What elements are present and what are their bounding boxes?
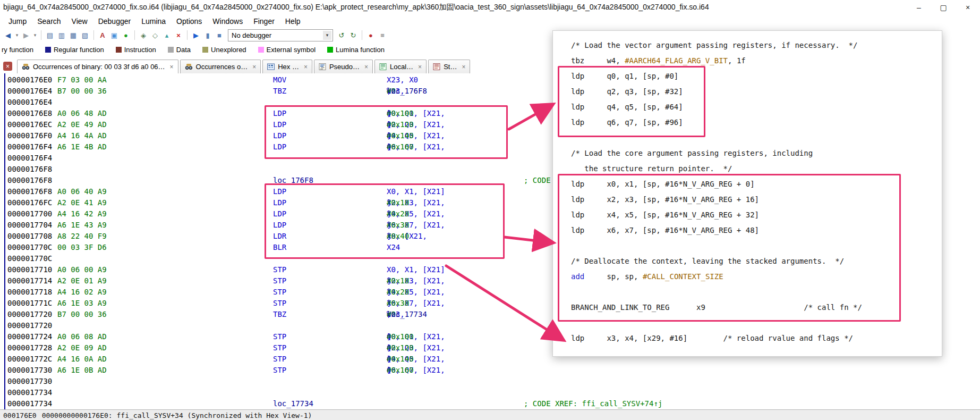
legend-label: Unexplored — [211, 46, 246, 54]
overlay-text: sp, sp, — [584, 272, 643, 281]
overlay-code-line: ldp q4, q5, [sp, #64] — [571, 99, 683, 115]
disasm-mnemonic: LDP — [273, 220, 286, 231]
nav-back-dropdown-icon[interactable]: ▾ — [14, 30, 20, 40]
debugger-select-value: No debugger — [232, 31, 271, 39]
tab-hex[interactable]: Hex …× — [262, 60, 312, 73]
chart-icon[interactable]: ▴ — [161, 30, 172, 40]
legend-color-square — [45, 47, 51, 53]
tab-close-icon[interactable]: × — [418, 63, 422, 71]
trace-window-icon[interactable]: ≡ — [377, 30, 388, 40]
disasm-row[interactable]: 0000017734loc_17734; CODE XREF: ffi_call… — [0, 398, 980, 409]
disasm-address: 00000176F8 — [7, 164, 52, 175]
source-overlay-panel: /* Load the vector argument passing regi… — [552, 30, 942, 357]
nav-forward-dropdown-icon[interactable]: ▾ — [32, 30, 38, 40]
disasm-row[interactable]: 0000017730A6 1E 0B ADSTPQ6, Q7, [X21,#0x… — [0, 365, 980, 376]
legend-lumina-function: Lumina function — [327, 46, 385, 54]
step-into-icon[interactable]: ↺ — [336, 30, 347, 40]
nav-forward-button[interactable]: ▶ — [21, 30, 31, 40]
disasm-address: 00000176F4 — [7, 141, 52, 153]
overlay-text: ldp q4, q5, [sp, #64] — [571, 103, 683, 111]
jump-name-icon[interactable]: ▥ — [56, 30, 67, 40]
disasm-mnemonic: LDP — [273, 108, 286, 119]
start-debugger-button[interactable]: ▶ — [191, 30, 201, 40]
jump-function-icon[interactable]: ▦ — [68, 30, 79, 40]
close-button[interactable]: × — [956, 0, 980, 15]
disasm-address: 000001771C — [7, 298, 52, 309]
flowchart-icon[interactable]: ◈ — [138, 30, 149, 40]
call-graph-icon[interactable]: ◇ — [150, 30, 160, 40]
binoculars-icon — [22, 63, 30, 70]
menu-finger[interactable]: Finger — [248, 17, 280, 26]
overlay-text: ldp x0, x1, [sp, #16*N_V_ARG_REG + 0] — [571, 180, 755, 188]
legend-label: ry function — [2, 46, 33, 54]
jump-address-icon[interactable]: ▤ — [45, 30, 55, 40]
menu-debugger[interactable]: Debugger — [93, 17, 137, 26]
disasm-address: 0000017734 — [7, 398, 52, 409]
tab-st[interactable]: St…× — [428, 60, 470, 73]
close-window-icon[interactable]: × — [173, 30, 184, 40]
menu-help[interactable]: Help — [280, 17, 306, 26]
tab-label: St… — [444, 63, 457, 71]
tab-close-icon[interactable]: × — [252, 63, 256, 71]
overlay-text: tbz w4, — [571, 56, 625, 65]
status-bar: 000176E0 00000000000176E0: ffi_call_SYSV… — [0, 409, 980, 420]
overlay-text: the structure return pointer. */ — [571, 164, 732, 173]
lumina-icon[interactable]: ● — [121, 30, 131, 40]
window-title: bjiagu_64_0x74a2845000_0x274000_fix.so.i… — [0, 3, 907, 12]
legend-regular-function: Regular function — [45, 46, 104, 54]
jump-xref-icon[interactable]: ▧ — [80, 30, 90, 40]
disasm-address: 00000176F0 — [7, 130, 52, 141]
minimize-button[interactable]: – — [907, 0, 931, 15]
tab-occurrences-o[interactable]: Occurrences o…× — [180, 60, 261, 73]
debugger-select[interactable]: No debugger ▾ — [228, 29, 333, 41]
tab-close-icon[interactable]: × — [304, 63, 308, 71]
menu-search[interactable]: Search — [32, 17, 66, 26]
disasm-mnemonic: LDR — [273, 231, 286, 242]
tab-close-icon[interactable]: × — [462, 63, 465, 71]
maximize-button[interactable]: ▢ — [931, 0, 956, 15]
disasm-bytes: A2 0E 09 AD — [57, 342, 107, 354]
disasm-mnemonic: STP — [273, 365, 286, 376]
menu-bar: JumpSearchViewDebuggerLuminaOptionsWindo… — [0, 15, 980, 28]
menu-lumina[interactable]: Lumina — [136, 17, 171, 26]
legend-label: External symbol — [267, 46, 316, 54]
menu-windows[interactable]: Windows — [207, 17, 248, 26]
breakpoint-list-icon[interactable]: ● — [365, 30, 376, 40]
tab-pseudo[interactable]: Pseudo…× — [314, 60, 373, 73]
text-view-icon[interactable]: A — [97, 30, 108, 40]
menu-jump[interactable]: Jump — [3, 17, 32, 26]
disasm-bytes: A0 06 40 A9 — [57, 186, 107, 197]
disasm-bytes: B7 00 00 36 — [57, 309, 107, 320]
tab-label: Occurrences of binary: 00 03 3f d6 a0 06… — [33, 63, 165, 71]
tab-occurrences-of-binary-00-03-3f-d6-a0-06[interactable]: Occurrences of binary: 00 03 3f d6 a0 06… — [17, 60, 178, 73]
disasm-row[interactable]: 0000017730 — [0, 376, 980, 387]
overlay-text: ldp x3, x4, [x29, #16] /* reload rvalue … — [571, 334, 853, 342]
tab-close-icon[interactable]: × — [170, 63, 174, 71]
tab-label: Occurrences o… — [196, 63, 248, 71]
disasm-mnemonic: STP — [273, 275, 286, 287]
disasm-mnemonic: STP — [273, 342, 286, 354]
graph-view-icon[interactable]: ▣ — [109, 30, 120, 40]
debugger-stop-icon[interactable]: ■ — [214, 30, 225, 40]
tab-local[interactable]: Local…× — [374, 60, 427, 73]
close-view-icon[interactable]: × — [3, 62, 12, 71]
debugger-pause-icon[interactable]: ▮ — [202, 30, 213, 40]
menu-options[interactable]: Options — [171, 17, 207, 26]
disasm-row[interactable]: 0000017734 — [0, 387, 980, 398]
disasm-bytes: A6 1E 43 A9 — [57, 220, 107, 231]
tab-close-icon[interactable]: × — [364, 63, 368, 71]
nav-back-button[interactable]: ◀ — [3, 30, 13, 40]
menu-view[interactable]: View — [66, 17, 93, 26]
disasm-mnemonic: LDP — [273, 208, 286, 220]
legend-unexplored: Unexplored — [202, 46, 246, 54]
overlay-code-line: tbz w4, #AARCH64_FLAG_ARG_V_BIT, 1f — [571, 53, 746, 69]
overlay-macro-token: #CALL_CONTEXT_SIZE — [643, 272, 723, 281]
disasm-mnemonic: STP — [273, 264, 286, 275]
chevron-down-icon[interactable]: ▾ — [323, 31, 331, 40]
disasm-mnemonic: STP — [273, 331, 286, 342]
overlay-code-line: ldp x2, x3, [sp, #16*N_V_ARG_REG + 16] — [571, 192, 759, 207]
disasm-mnemonic: STP — [273, 287, 286, 298]
legend-color-square — [258, 47, 264, 53]
step-over-icon[interactable]: ↻ — [348, 30, 359, 40]
disasm-address: 0000017704 — [7, 220, 52, 231]
